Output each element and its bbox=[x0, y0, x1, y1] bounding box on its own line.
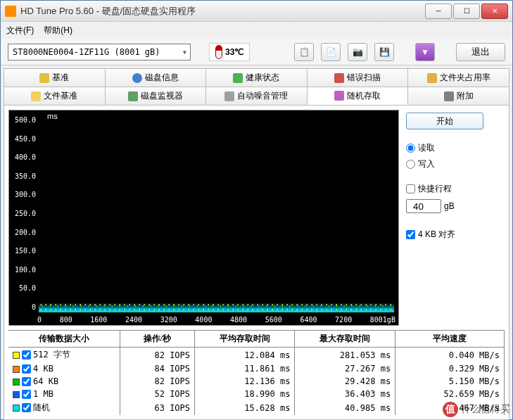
maximize-button[interactable]: ☐ bbox=[453, 4, 480, 19]
chart-plot-area bbox=[39, 116, 394, 312]
read-radio[interactable] bbox=[406, 144, 415, 153]
tab-monitor[interactable]: 磁盘监视器 bbox=[106, 87, 207, 105]
stroke-spinner[interactable] bbox=[406, 199, 441, 213]
menubar: 文件(F) 帮助(H) bbox=[1, 22, 512, 39]
noise-icon bbox=[224, 91, 234, 101]
copy-screenshot-button[interactable]: 📄 bbox=[321, 43, 341, 61]
close-button[interactable]: ✕ bbox=[481, 4, 508, 19]
tab-ruler[interactable]: 基准 bbox=[4, 69, 106, 87]
file-icon bbox=[31, 91, 41, 101]
monitor-icon bbox=[128, 91, 138, 101]
minimize-button[interactable]: ─ bbox=[425, 4, 452, 19]
tab-row-lower: 文件基准磁盘监视器自动噪音管理随机存取附加 bbox=[4, 87, 509, 106]
table-row: 4 KB84 IOPS11.861 ms27.267 ms0.329 MB/s bbox=[8, 362, 505, 375]
app-icon bbox=[5, 6, 16, 17]
extra-icon bbox=[444, 91, 454, 101]
save-button[interactable]: 💾 bbox=[374, 43, 394, 61]
tabs-area: 基准磁盘信息健康状态错误扫描文件夹占用率 文件基准磁盘监视器自动噪音管理随机存取… bbox=[4, 68, 509, 420]
start-button[interactable]: 开始 bbox=[406, 113, 483, 129]
window-title: HD Tune Pro 5.60 - 硬盘/固态硬盘实用程序 bbox=[20, 5, 424, 18]
access-time-chart: ms 500.0450.0400.0350.0300.0250.0200.015… bbox=[8, 110, 399, 326]
side-panel: 开始 读取 写入 快捷行程 gB 4 KB 对齐 bbox=[406, 110, 505, 326]
thermometer-icon bbox=[215, 45, 222, 59]
menu-file[interactable]: 文件(F) bbox=[6, 25, 34, 37]
scatter-points bbox=[39, 303, 394, 312]
table-row: 64 KB82 IOPS12.136 ms29.428 ms5.150 MB/s bbox=[8, 375, 505, 388]
tab-health[interactable]: 健康状态 bbox=[206, 69, 308, 87]
drive-select[interactable]: ST8000NE0004-1ZF11G (8001 gB) bbox=[8, 44, 191, 61]
watermark-icon: 值 bbox=[443, 402, 458, 417]
tab-random[interactable]: 随机存取 bbox=[308, 87, 409, 105]
temperature-display: 33℃ bbox=[209, 43, 250, 61]
copy-info-button[interactable]: 📋 bbox=[294, 43, 314, 61]
tab-folder[interactable]: 文件夹占用率 bbox=[408, 69, 509, 87]
tab-noise[interactable]: 自动噪音管理 bbox=[206, 87, 308, 105]
short-stroke-checkbox[interactable] bbox=[406, 184, 415, 193]
scan-icon bbox=[334, 73, 344, 83]
health-icon bbox=[233, 73, 243, 83]
row-checkbox[interactable] bbox=[22, 364, 31, 374]
write-radio[interactable] bbox=[406, 160, 415, 169]
exit-button[interactable]: 退出 bbox=[456, 43, 505, 61]
tab-row-upper: 基准磁盘信息健康状态错误扫描文件夹占用率 bbox=[4, 69, 509, 87]
results-table: 传输数据大小操作/秒平均存取时间最大存取时间平均速度 512 字节82 IOPS… bbox=[8, 330, 505, 415]
watermark: 值 什么值得买 bbox=[443, 402, 510, 417]
toolbar: ST8000NE0004-1ZF11G (8001 gB) 33℃ 📋 📄 📷 … bbox=[1, 39, 512, 65]
row-checkbox[interactable] bbox=[22, 403, 31, 412]
menu-help[interactable]: 帮助(H) bbox=[44, 25, 72, 37]
ruler-icon bbox=[39, 73, 49, 83]
chart-y-axis: 500.0450.0400.0350.0300.0250.0200.0150.0… bbox=[11, 116, 36, 311]
options-button[interactable]: ▼ bbox=[415, 43, 435, 61]
chart-x-axis: 0800160024003200400048005600640072008001… bbox=[37, 316, 395, 324]
row-checkbox[interactable] bbox=[22, 377, 31, 386]
row-checkbox[interactable] bbox=[22, 350, 31, 359]
table-row: 1 MB52 IOPS18.990 ms36.403 ms52.659 MB/s bbox=[8, 388, 505, 400]
app-window: HD Tune Pro 5.60 - 硬盘/固态硬盘实用程序 ─ ☐ ✕ 文件(… bbox=[0, 0, 513, 420]
tab-file[interactable]: 文件基准 bbox=[4, 87, 106, 105]
row-checkbox[interactable] bbox=[22, 390, 31, 399]
table-row: 随机63 IOPS15.628 ms40.985 ms32.467 MB/s bbox=[8, 400, 505, 415]
titlebar: HD Tune Pro 5.60 - 硬盘/固态硬盘实用程序 ─ ☐ ✕ bbox=[1, 1, 512, 22]
random-icon bbox=[334, 91, 344, 101]
tab-scan[interactable]: 错误扫描 bbox=[308, 69, 409, 87]
screenshot-button[interactable]: 📷 bbox=[348, 43, 367, 61]
table-row: 512 字节82 IOPS12.084 ms281.053 ms0.040 MB… bbox=[8, 348, 505, 363]
folder-icon bbox=[427, 73, 437, 83]
tab-info[interactable]: 磁盘信息 bbox=[106, 69, 207, 87]
tab-extra[interactable]: 附加 bbox=[408, 87, 509, 105]
info-icon bbox=[132, 73, 142, 83]
tab-content: ms 500.0450.0400.0350.0300.0250.0200.015… bbox=[4, 106, 509, 419]
align-checkbox[interactable] bbox=[406, 230, 415, 239]
